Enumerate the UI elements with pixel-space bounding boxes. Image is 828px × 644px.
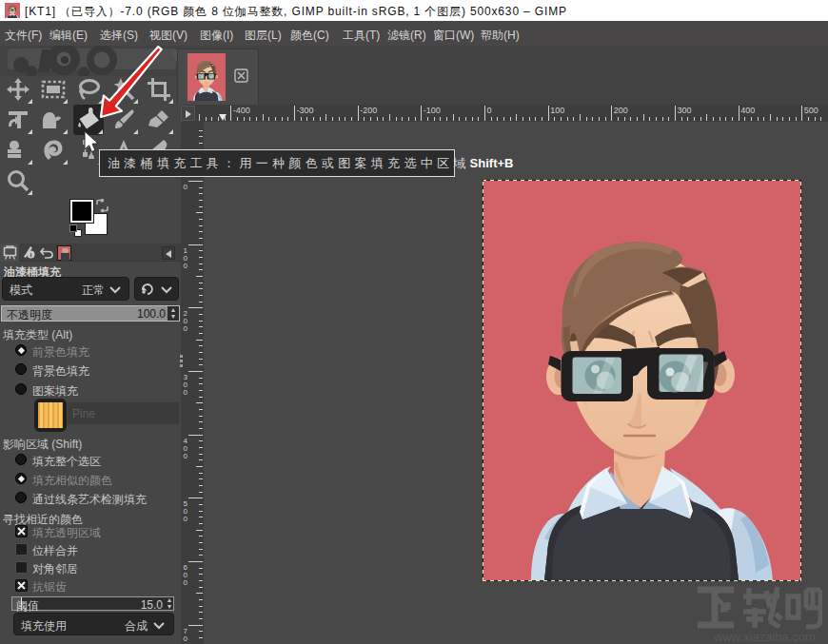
svg-text:i: i bbox=[30, 251, 32, 259]
